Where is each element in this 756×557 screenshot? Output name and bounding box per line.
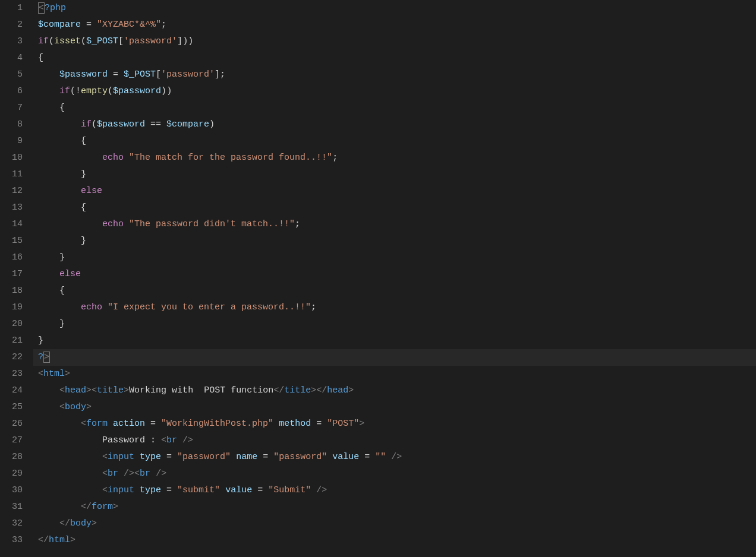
line-number: 18 (7, 283, 23, 299)
line-number: 2 (7, 17, 23, 33)
code-line[interactable]: { (38, 50, 756, 67)
line-number: 16 (7, 249, 23, 266)
line-number: 29 (7, 466, 23, 482)
code-area[interactable]: <?php $compare = "XYZABC*&^%"; if(isset(… (33, 0, 756, 557)
line-number: 30 (7, 482, 23, 499)
line-number: 24 (7, 382, 23, 399)
code-line[interactable]: <?php (38, 0, 756, 17)
code-line[interactable]: if($password == $compare) (38, 116, 756, 133)
code-line[interactable]: echo "The match for the password found..… (38, 150, 756, 166)
code-line[interactable]: } (38, 166, 756, 183)
line-number: 28 (7, 449, 23, 466)
line-number: 15 (7, 233, 23, 249)
line-number: 4 (7, 50, 23, 67)
code-line[interactable]: Password : <br /> (38, 432, 756, 449)
line-number: 12 (7, 183, 23, 200)
code-line[interactable]: else (38, 183, 756, 200)
code-line[interactable]: } (38, 233, 756, 249)
code-line[interactable]: echo "I expect you to enter a password..… (38, 299, 756, 316)
line-number: 5 (7, 67, 23, 83)
code-line[interactable]: <input type = "submit" value = "Submit" … (38, 482, 756, 499)
line-number: 13 (7, 200, 23, 216)
code-line[interactable]: } (38, 316, 756, 333)
line-number: 19 (7, 299, 23, 316)
code-line[interactable]: <body> (38, 399, 756, 416)
code-line[interactable]: echo "The password didn't match..!!"; (38, 216, 756, 233)
code-line[interactable]: if(isset($_POST['password'])) (38, 33, 756, 50)
line-number: 14 (7, 216, 23, 233)
code-editor: 1234567891011121314151617181920212223242… (0, 0, 756, 557)
line-number: 33 (7, 532, 23, 549)
code-line[interactable]: $password = $_POST['password']; (38, 67, 756, 83)
code-line[interactable]: $compare = "XYZABC*&^%"; (38, 17, 756, 33)
code-line[interactable]: { (38, 133, 756, 150)
code-line[interactable]: { (38, 100, 756, 116)
line-number-gutter: 1234567891011121314151617181920212223242… (0, 0, 33, 557)
line-number: 21 (7, 333, 23, 349)
code-line[interactable]: { (38, 200, 756, 216)
line-number: 32 (7, 515, 23, 532)
code-line[interactable]: </html> (38, 532, 756, 549)
line-number: 1 (7, 0, 23, 17)
line-number: 27 (7, 432, 23, 449)
line-number: 26 (7, 416, 23, 432)
line-number: 23 (7, 366, 23, 382)
line-number: 7 (7, 100, 23, 116)
code-line[interactable]: else (38, 266, 756, 283)
code-line[interactable]: <html> (38, 366, 756, 382)
line-number: 3 (7, 33, 23, 50)
code-line[interactable]: ?> (38, 349, 756, 366)
line-number: 9 (7, 133, 23, 150)
line-number: 11 (7, 166, 23, 183)
line-number: 20 (7, 316, 23, 333)
line-number: 8 (7, 116, 23, 133)
code-line[interactable]: </form> (38, 499, 756, 515)
code-line[interactable]: </body> (38, 515, 756, 532)
line-number: 25 (7, 399, 23, 416)
code-line[interactable]: { (38, 283, 756, 299)
line-number: 6 (7, 83, 23, 100)
line-number: 31 (7, 499, 23, 515)
code-line[interactable]: } (38, 333, 756, 349)
line-number: 22 (7, 349, 23, 366)
code-line[interactable]: <br /><br /> (38, 466, 756, 482)
line-number: 10 (7, 150, 23, 166)
code-line[interactable]: } (38, 249, 756, 266)
code-line[interactable]: <head><title>Working with POST function<… (38, 382, 756, 399)
code-line[interactable]: <form action = "WorkingWithPost.php" met… (38, 416, 756, 432)
code-line[interactable]: if(!empty($password)) (38, 83, 756, 100)
code-line[interactable]: <input type = "password" name = "passwor… (38, 449, 756, 466)
line-number: 17 (7, 266, 23, 283)
